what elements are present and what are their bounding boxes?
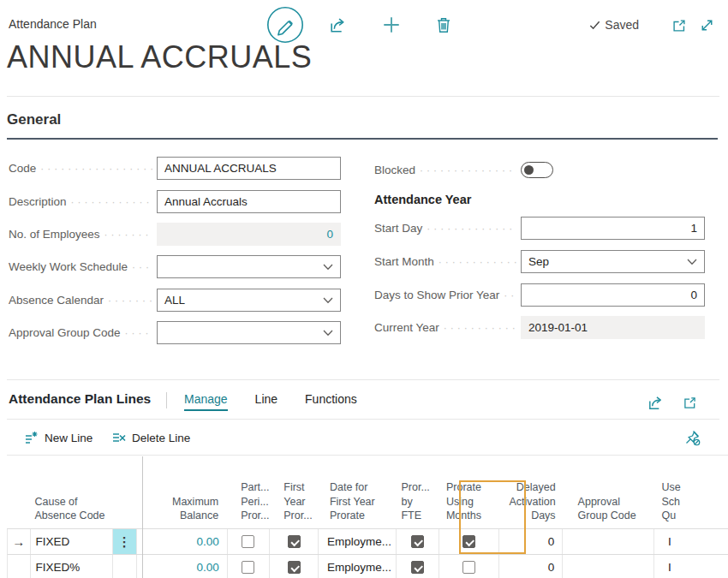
use-schedule-qty-cell[interactable]: I <box>654 529 728 554</box>
partial-period-prorate-checkbox[interactable] <box>242 561 254 574</box>
field-absence-calendar: Absence Calendar ALL <box>9 289 341 312</box>
col-header-delayed-activation-days[interactable]: Delayed Activation Days <box>499 456 563 528</box>
row-menu-button[interactable]: ⋮ <box>113 529 137 554</box>
code-label: Code <box>9 162 36 175</box>
no-of-employees-label: No. of Employees <box>9 228 100 241</box>
use-schedule-qty-cell[interactable]: I <box>654 555 728 578</box>
partial-period-prorate-cell[interactable] <box>228 555 270 578</box>
dotted-leader <box>71 195 152 209</box>
dotted-leader <box>427 222 516 235</box>
maximum-balance-cell[interactable]: 0.00 <box>137 555 228 578</box>
prorate-by-fte-cell[interactable] <box>397 529 439 554</box>
col-header-approval-group-code[interactable]: Approval Group Code <box>564 456 655 528</box>
col-header-use-schedule-qty[interactable]: Use Sch Qu <box>654 456 728 528</box>
first-year-prorate-checkbox[interactable] <box>288 535 301 548</box>
share-button[interactable] <box>328 15 348 35</box>
tab-functions[interactable]: Functions <box>305 392 357 411</box>
current-year-value: 2019-01-01 <box>521 316 705 339</box>
field-days-to-show-prior-year: Days to Show Prior Year <box>374 283 705 307</box>
first-year-prorate-cell[interactable] <box>270 555 319 578</box>
partial-period-prorate-cell[interactable] <box>228 529 270 554</box>
share-icon <box>328 15 348 35</box>
dotted-leader <box>125 326 152 340</box>
days-to-show-prior-year-input[interactable] <box>521 283 705 307</box>
plus-icon <box>381 15 402 35</box>
expand-page-button[interactable] <box>698 16 716 34</box>
start-month-select[interactable]: Sep <box>521 250 705 273</box>
save-status-label: Saved <box>605 18 639 32</box>
lines-open-in-window-button[interactable] <box>682 395 698 411</box>
new-line-button[interactable]: New Line <box>23 421 92 454</box>
lines-share-button[interactable] <box>647 394 665 412</box>
weekly-work-schedule-label: Weekly Work Schedule <box>9 260 128 273</box>
description-label: Description <box>9 195 67 208</box>
cause-of-absence-code-cell[interactable]: FIXED <box>31 529 113 554</box>
approval-group-code-select[interactable] <box>157 321 341 344</box>
chevron-down-icon <box>687 259 697 265</box>
popout-icon <box>671 17 688 34</box>
approval-group-code-cell[interactable] <box>563 529 654 554</box>
first-year-prorate-cell[interactable] <box>270 529 319 554</box>
blocked-toggle[interactable] <box>521 162 553 178</box>
approval-group-code-cell[interactable] <box>563 555 654 578</box>
chevron-down-icon <box>323 297 333 304</box>
first-year-prorate-checkbox[interactable] <box>288 561 301 574</box>
field-code: Code <box>9 157 341 180</box>
field-current-year: Current Year 2019-01-01 <box>374 316 705 339</box>
col-header-partial-period-prorate[interactable]: Part... Peri... Pror... <box>226 456 269 528</box>
dotted-leader <box>504 289 516 302</box>
col-header-prorate-by-fte[interactable]: Pror... by FTE <box>396 456 439 528</box>
frozen-pane-divider <box>142 456 143 578</box>
col-header-date-for-first-year-prorate[interactable]: Date for First Year Prorate <box>319 456 397 528</box>
tab-manage[interactable]: Manage <box>184 392 228 411</box>
add-button[interactable] <box>381 15 402 35</box>
prorate-by-fte-checkbox[interactable] <box>411 561 424 574</box>
weekly-work-schedule-select[interactable] <box>157 255 341 278</box>
dotted-leader <box>444 321 516 335</box>
delayed-activation-days-cell[interactable]: 0 <box>499 555 563 578</box>
maximum-balance-cell[interactable]: 0.00 <box>137 529 228 554</box>
col-header-row-menu <box>111 456 135 528</box>
start-day-input[interactable] <box>521 217 705 240</box>
partial-period-prorate-checkbox[interactable] <box>242 535 254 548</box>
col-header-first-year-prorate[interactable]: First Year Pror... <box>269 456 319 528</box>
field-weekly-work-schedule: Weekly Work Schedule <box>9 255 341 278</box>
no-of-employees-value[interactable]: 0 <box>326 228 333 241</box>
tab-line[interactable]: Line <box>255 392 277 411</box>
chevron-down-icon <box>323 264 333 271</box>
prorate-using-months-cell[interactable] <box>439 529 499 554</box>
delayed-activation-days-cell[interactable]: 0 <box>499 529 563 554</box>
cause-of-absence-code-cell[interactable]: FIXED% <box>31 555 113 578</box>
date-for-first-year-prorate-cell[interactable]: Employme... <box>319 529 397 554</box>
col-header-selector <box>7 456 29 528</box>
field-start-month: Start Month Sep <box>374 250 705 273</box>
dotted-leader <box>104 228 152 241</box>
prorate-by-fte-checkbox[interactable] <box>411 535 424 548</box>
col-header-cause-of-absence-code[interactable]: Cause of Absence Code <box>29 456 111 528</box>
lines-section-title: Attendance Plan Lines <box>9 391 151 407</box>
share-icon <box>647 394 665 412</box>
col-header-maximum-balance[interactable]: Maximum Balance <box>136 456 226 528</box>
date-for-first-year-prorate-cell[interactable]: Employme... <box>319 555 397 578</box>
table-header-row: Cause of Absence Code Maximum Balance Pa… <box>7 456 728 529</box>
delete-line-button[interactable]: Delete Line <box>110 421 190 454</box>
prorate-using-months-cell[interactable] <box>439 555 499 578</box>
check-icon <box>588 19 601 32</box>
table-row: FIXED% 0.00 Employme... 0 I <box>7 555 728 578</box>
general-section-heading[interactable]: General <box>7 111 61 128</box>
unpin-toolbar-button[interactable] <box>683 429 701 446</box>
delete-button[interactable] <box>434 15 453 34</box>
absence-calendar-label: Absence Calendar <box>9 294 104 307</box>
code-input[interactable] <box>157 157 341 180</box>
description-input[interactable] <box>157 190 341 213</box>
row-menu-cell[interactable] <box>113 555 137 578</box>
approval-group-code-label: Approval Group Code <box>9 326 121 339</box>
start-month-label: Start Month <box>374 255 434 268</box>
absence-calendar-select[interactable]: ALL <box>157 289 341 312</box>
prorate-using-months-checkbox[interactable] <box>462 561 475 574</box>
open-in-window-button[interactable] <box>671 17 688 34</box>
edit-pencil-button[interactable] <box>266 6 304 44</box>
col-header-prorate-using-months[interactable]: Prorate Using Months <box>439 456 499 528</box>
prorate-using-months-checkbox[interactable] <box>462 535 475 548</box>
prorate-by-fte-cell[interactable] <box>397 555 439 578</box>
